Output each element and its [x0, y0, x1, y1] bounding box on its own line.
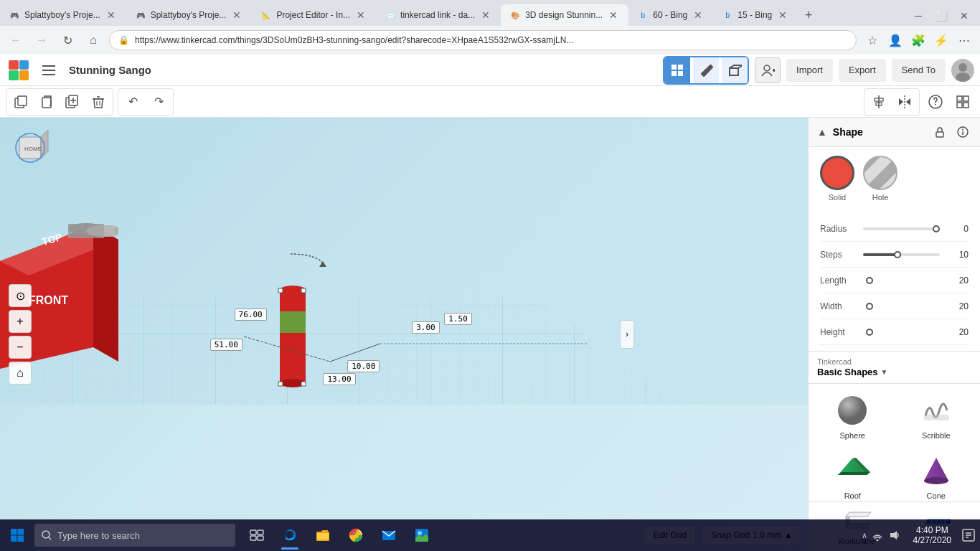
redo-button[interactable]: ↷ [147, 90, 170, 113]
zoom-out-button[interactable]: − [9, 336, 32, 359]
tinkercad-logo[interactable] [6, 57, 32, 83]
3d-canvas[interactable]: TOP FRONT [0, 118, 808, 551]
shape-thumb-sphere [831, 392, 874, 428]
close-button[interactable]: ✕ [954, 6, 974, 26]
person-add-icon [760, 63, 775, 77]
volume-icon[interactable] [887, 528, 902, 542]
start-button[interactable] [0, 519, 34, 551]
address-bar[interactable]: 🔒 https://www.tinkercad.com/things/3DSoU… [109, 30, 857, 50]
tab-5-close[interactable]: ✕ [607, 9, 620, 22]
tab-7[interactable]: b 15 - Bing ✕ [713, 4, 798, 26]
solid-type-button[interactable]: Solid [820, 156, 854, 202]
home-view-button[interactable]: ⌂ [9, 362, 32, 385]
svg-point-74 [924, 477, 948, 484]
box-view-button[interactable] [722, 57, 748, 83]
shape-item-sphere[interactable]: Sphere [811, 387, 894, 446]
svg-rect-8 [730, 68, 738, 75]
svg-marker-90 [846, 512, 871, 517]
logo-cell-3 [9, 70, 19, 80]
camera-controls: ⊙ + − ⌂ [9, 284, 32, 385]
chrome-icon [348, 527, 364, 543]
svg-rect-16 [18, 96, 27, 105]
tab-4-close[interactable]: ✕ [479, 9, 492, 22]
steps-slider[interactable] [863, 253, 940, 256]
shape-item-scribble[interactable]: Scribble [895, 387, 978, 446]
right-panel: ▲ Shape [808, 118, 980, 551]
svg-rect-107 [317, 533, 329, 540]
zoom-in-button[interactable]: + [9, 310, 32, 333]
tab-7-close[interactable]: ✕ [776, 9, 789, 22]
delete-button[interactable] [87, 90, 110, 113]
minimize-button[interactable]: ─ [908, 6, 928, 26]
browser-menu-button[interactable]: ⋯ [954, 30, 974, 50]
hammer-view-button[interactable] [693, 57, 719, 83]
zoom-fit-button[interactable]: ⊙ [9, 284, 32, 307]
tab-3[interactable]: 📐 Project Editor - In... ✕ [252, 4, 376, 26]
svg-rect-104 [250, 536, 256, 540]
extensions-button[interactable]: 🧩 [908, 30, 928, 50]
hint-button[interactable] [924, 90, 947, 113]
mirror-button[interactable] [893, 90, 916, 113]
reload-button[interactable]: ↻ [57, 30, 77, 50]
restore-button[interactable]: ⬜ [931, 6, 951, 26]
back-button[interactable]: ← [6, 30, 26, 50]
bookmark-button[interactable]: ☆ [862, 30, 882, 50]
lock-icon-button[interactable] [931, 123, 948, 141]
radius-slider[interactable] [863, 227, 940, 230]
panel-expand-button[interactable]: › [620, 320, 634, 349]
grid-view-button[interactable] [664, 57, 690, 83]
tab-6[interactable]: b 60 - Bing ✕ [628, 4, 713, 26]
svg-marker-40 [93, 225, 118, 362]
profile-button[interactable]: 👤 [885, 30, 905, 50]
shape-item-cone[interactable]: Cone [895, 447, 978, 501]
canvas-area[interactable]: TOP FRONT [0, 118, 808, 551]
person-add-button[interactable] [755, 57, 781, 83]
svg-rect-6 [678, 71, 683, 76]
hole-type-button[interactable]: Hole [863, 156, 897, 202]
chrome-task[interactable] [340, 519, 372, 551]
shape-panel-collapse[interactable]: ▲ [817, 126, 827, 138]
forward-button[interactable]: → [32, 30, 52, 50]
align-button[interactable] [867, 90, 890, 113]
tab-3-close[interactable]: ✕ [354, 9, 367, 22]
tab-1[interactable]: 🎮 Splattyboy's Proje... ✕ [0, 4, 126, 26]
network-icon[interactable] [870, 528, 885, 542]
hamburger-menu-button[interactable] [37, 59, 60, 82]
copy-button[interactable] [35, 90, 58, 113]
file-explorer-task[interactable] [307, 519, 339, 551]
tab-4[interactable]: ✉️ tinkercad link - da... ✕ [376, 4, 501, 26]
tab-5[interactable]: 🎨 3D design Stunnin... ✕ [501, 4, 628, 26]
hole-label: Hole [872, 193, 889, 202]
edge-browser-task[interactable] [274, 519, 306, 551]
grid-toggle-button[interactable] [951, 90, 974, 113]
tray-expand-button[interactable]: ∧ [862, 531, 867, 540]
tab-2-favicon: 🎮 [135, 9, 146, 21]
mail-task[interactable] [373, 519, 405, 551]
send-to-button[interactable]: Send To [892, 59, 946, 82]
new-tab-button[interactable]: + [798, 4, 819, 26]
length-value: 20 [940, 276, 969, 286]
copy-up-button[interactable] [9, 90, 32, 113]
export-button[interactable]: Export [839, 59, 886, 82]
taskbar-clock[interactable]: 4:40 PM 4/27/2020 [908, 525, 957, 545]
undo-button[interactable]: ↶ [121, 90, 144, 113]
notification-button[interactable] [957, 519, 980, 551]
taskbar-search[interactable]: Type here to search [34, 524, 235, 547]
import-button[interactable]: Import [786, 59, 833, 82]
performance-button[interactable]: ⚡ [931, 30, 951, 50]
svg-point-112 [418, 531, 422, 535]
tab-1-close[interactable]: ✕ [105, 9, 118, 22]
duplicate-button[interactable] [61, 90, 84, 113]
user-avatar[interactable] [951, 59, 974, 82]
task-view-button[interactable] [241, 519, 273, 551]
tab-2-close[interactable]: ✕ [230, 9, 243, 22]
shape-item-roof[interactable]: Roof [811, 447, 894, 501]
tab-6-favicon: b [637, 9, 649, 21]
library-dropdown[interactable]: Basic Shapes ▼ [817, 367, 971, 377]
tab-6-close[interactable]: ✕ [692, 9, 705, 22]
info-icon-button[interactable] [954, 123, 971, 141]
tab-2[interactable]: 🎮 Splattyboy's Proje... ✕ [126, 4, 253, 26]
home-button[interactable]: ⌂ [83, 30, 103, 50]
photos-task[interactable] [406, 519, 438, 551]
dim-label-3: 3.00 [412, 321, 440, 334]
